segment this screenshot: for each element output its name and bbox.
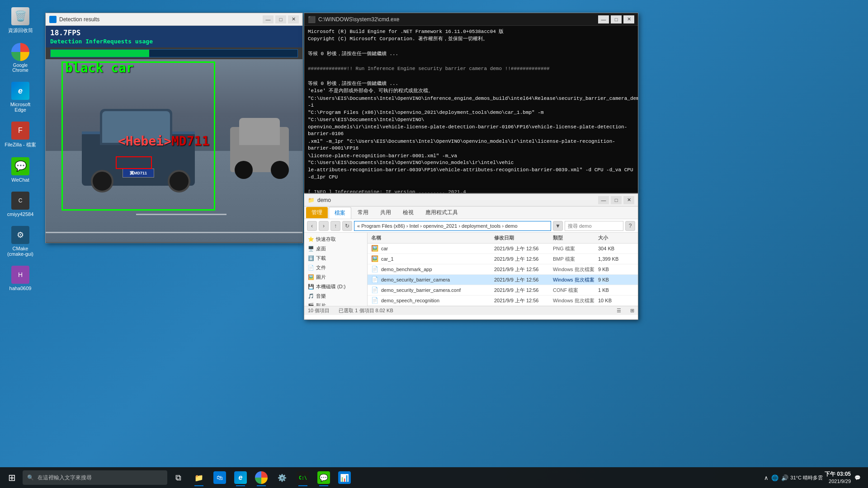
taskbar-chrome[interactable] (251, 468, 271, 488)
ribbon-tools-tab[interactable]: 應用程式工具 (420, 207, 463, 218)
desktop-icon-recycle[interactable]: 🗑️ 資源回收筒 (2, 5, 38, 37)
refresh-btn[interactable]: ↻ (342, 221, 352, 231)
cmd-close-btn[interactable]: ✕ (623, 15, 634, 23)
file-row[interactable]: 📄 demo_benchmark_app 2021/9/9 上午 12:56 W… (368, 264, 638, 275)
chrome-icon (11, 43, 29, 61)
file-icon: 📄 (371, 297, 378, 304)
sidebar-music[interactable]: 🎵 音樂 (304, 291, 367, 301)
file-icon: 📄 (371, 276, 378, 283)
view-icon-list[interactable]: ☰ (617, 308, 621, 314)
file-size: 9 KB (598, 267, 634, 272)
sidebar-pictures[interactable]: 🖼️ 圖片 (304, 272, 367, 282)
haha-icon: H (11, 266, 29, 284)
help-btn[interactable]: ? (625, 221, 635, 231)
taskbar-app8[interactable]: 📊 (335, 468, 354, 488)
chrome-taskbar-icon (255, 471, 268, 484)
cmd-window: ⬛ C:\WINDOWS\system32\cmd.exe — □ ✕ Micr… (304, 13, 638, 193)
task-view-btn[interactable]: ⧉ (168, 468, 188, 488)
detection-close-btn[interactable]: ✕ (288, 15, 299, 23)
videos-icon: 🎬 (308, 303, 314, 306)
detection-header: 18.7FPS Detection InferRequests usage (46, 26, 302, 47)
progress-bar-container (50, 49, 298, 57)
desktop-icon-wechat[interactable]: 💬 WeChat (2, 155, 38, 185)
cmd-line: \license-plate-recognition-barrier-0001.… (308, 153, 634, 167)
file-row[interactable]: 🖼️ car 2021/9/9 上午 12:56 PNG 檔案 304 KB (368, 244, 638, 254)
taskbar-store[interactable]: 🛍 (210, 468, 230, 488)
sidebar-downloads[interactable]: ⬇️ 下載 (304, 253, 367, 263)
up-btn[interactable]: ↑ (330, 221, 340, 231)
detection-minimize-btn[interactable]: — (263, 15, 274, 23)
cmd-line (308, 58, 634, 65)
network-icon[interactable]: 🌐 (771, 474, 778, 481)
explorer-minimize-btn[interactable]: — (598, 196, 609, 204)
taskbar: ⊞ 🔍 在這裡輸入文字來搜尋 ⧉ 📁 🛍 e ⚙️ C:\ 💬 📊 ∧ 🌐 🔊 … (0, 467, 868, 488)
taskbar-wechat[interactable]: 💬 (314, 468, 334, 488)
desktop-icon-haha[interactable]: H haha0609 (2, 263, 38, 294)
explorer-maximize-btn[interactable]: □ (611, 196, 622, 204)
file-row[interactable]: 🖼️ car_1 2021/9/9 上午 12:56 BMP 檔案 1,399 … (368, 254, 638, 264)
notification-btn[interactable]: 💬 (853, 475, 863, 481)
file-row[interactable]: 📄 demo_security_barrier_camera.conf 2021… (368, 285, 638, 296)
search-icon: 🔍 (27, 474, 34, 481)
path-dropdown-btn[interactable]: ▼ (553, 221, 563, 231)
back-btn[interactable]: ‹ (307, 221, 317, 231)
sidebar-documents[interactable]: 📄 文件 (304, 263, 367, 272)
file-type: Windows 批次檔案 (553, 277, 598, 283)
taskbar-edge[interactable]: e (231, 468, 250, 488)
file-size: 9 KB (598, 277, 634, 282)
ribbon-share-tab[interactable]: 共用 (375, 207, 396, 218)
system-clock[interactable]: 下午 03:05 2021/9/29 (825, 470, 851, 485)
cmd-line: [ INFO ] InferenceEngine: IE version ...… (308, 189, 634, 193)
explorer-close-btn[interactable]: ✕ (623, 196, 634, 204)
file-type: Windows 批次檔案 (553, 297, 598, 304)
search-input[interactable] (565, 221, 623, 231)
cmd-line: 'else' 不是內部或外部命令、可執行的程式或批次檔。 (308, 88, 634, 94)
cmd-content[interactable]: Microsoft (R) Build Engine for .NET Fram… (304, 26, 638, 193)
up-arrow-icon[interactable]: ∧ (764, 474, 769, 481)
desktop-icon-filezilla[interactable]: F FileZilla - 檔案 (2, 119, 38, 151)
taskbar-cmd[interactable]: C:\ (293, 468, 313, 488)
desktop-icon-cmake[interactable]: ⚙ CMake (cmake-gui) (2, 223, 38, 259)
file-row[interactable]: 📄 demo_speech_recognition 2021/9/9 上午 12… (368, 296, 638, 306)
sidebar-desktop[interactable]: 🖥️ 桌面 (304, 244, 367, 253)
taskbar-file-explorer[interactable]: 📁 (189, 468, 209, 488)
cmd-line: #############!! Run Inference Engine sec… (308, 66, 634, 72)
clock-date: 2021/9/29 (825, 478, 851, 485)
ribbon-file-tab[interactable]: 檔案 (329, 207, 351, 219)
detection-content: 18.7FPS Detection InferRequests usage (46, 26, 302, 243)
taskbar-settings[interactable]: ⚙️ (272, 468, 292, 488)
pictures-icon: 🖼️ (308, 274, 314, 280)
file-icon: 📄 (371, 266, 378, 273)
file-date: 2021/9/9 上午 12:56 (494, 297, 553, 304)
taskbar-search[interactable]: 🔍 在這裡輸入文字來搜尋 (23, 470, 167, 485)
store-icon: 🛍 (213, 471, 226, 484)
taskbar-search-placeholder: 在這裡輸入文字來搜尋 (38, 474, 92, 482)
address-path[interactable]: « Program Files (x86) › Intel › openvino… (354, 221, 551, 231)
cmd-line: "C:\Program Files (x86)\Intel\openvino_2… (308, 109, 634, 123)
ribbon-home-tab[interactable]: 常用 (352, 207, 374, 218)
detection-maximize-btn[interactable]: □ (275, 15, 286, 23)
desktop-icon-cmiyy[interactable]: C cmiyy42584 (2, 189, 38, 220)
desktop-icon-edge[interactable]: e Microsoft Edge (2, 79, 38, 115)
file-name: car (381, 246, 388, 251)
start-button[interactable]: ⊞ (2, 468, 22, 488)
ribbon-manage-tab[interactable]: 管理 (306, 207, 328, 218)
cmd-maximize-btn[interactable]: □ (611, 15, 622, 23)
desktop-icon-chrome[interactable]: GoogleChrome (2, 40, 38, 75)
volume-icon[interactable]: 🔊 (781, 474, 788, 481)
cmd-line (308, 73, 634, 80)
sidebar-quick-access[interactable]: ⭐ 快速存取 (304, 235, 367, 244)
sidebar-drive-d[interactable]: 💾 本機磁碟 (D:) (304, 282, 367, 291)
ribbon-view-tab[interactable]: 檢視 (397, 207, 419, 218)
file-type: PNG 檔案 (553, 245, 598, 252)
view-icon-grid[interactable]: ⊞ (630, 308, 634, 314)
forward-btn[interactable]: › (319, 221, 329, 231)
cmd-line: Copyright (C) Microsoft Corporation. 著作權… (308, 36, 634, 42)
file-explorer-icon: 📁 (193, 471, 205, 484)
file-row[interactable]: 📄 demo_security_barrier_camera 2021/9/9 … (368, 275, 638, 285)
cmd-minimize-btn[interactable]: — (598, 15, 609, 23)
explorer-folder-icon: 📁 (308, 197, 315, 203)
sidebar-videos[interactable]: 🎬 影片 (304, 301, 367, 306)
desktop-label-sidebar: 桌面 (316, 245, 326, 252)
col-name: 名稱 (371, 235, 494, 241)
